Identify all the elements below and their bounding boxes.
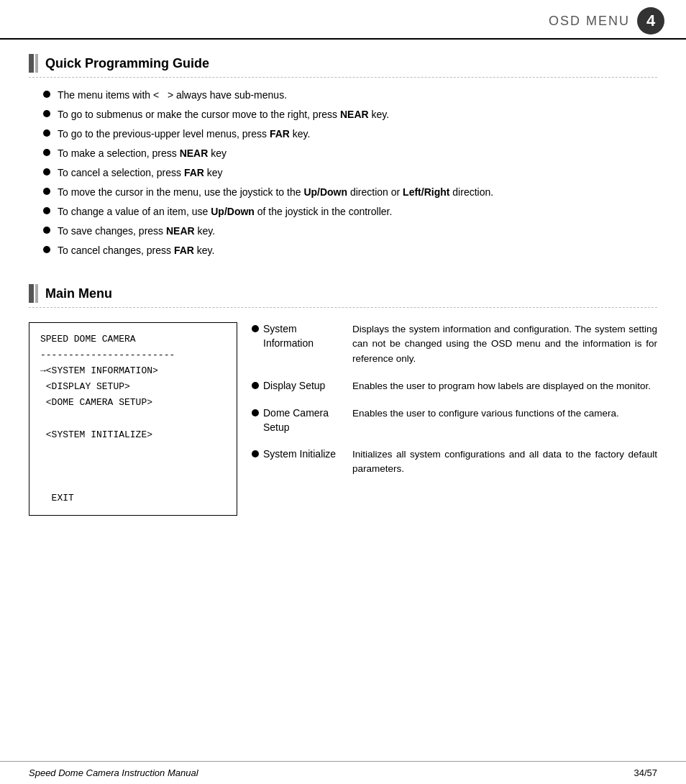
menu-item-label-col: Display Setup: [252, 379, 345, 393]
bullet-icon: [43, 129, 50, 137]
main-menu-section: Main Menu SPEED DOME CAMERA ------------…: [29, 284, 657, 516]
list-item: To go to submenus or make the cursor mov…: [43, 107, 657, 122]
osd-line: [40, 459, 226, 475]
osd-line: →<SYSTEM INFORMATION>: [40, 363, 226, 379]
main-menu-title: Main Menu: [45, 286, 112, 301]
list-item: To cancel a selection, press FAR key: [43, 165, 657, 181]
bullet-text: To change a value of an item, use Up/Dow…: [58, 204, 657, 219]
osd-line: EXIT: [40, 491, 226, 506]
menu-item-label: Display Setup: [263, 379, 325, 393]
list-item: To go to the previous-upper level menus,…: [43, 127, 657, 142]
menu-item-label: SystemInformation: [263, 322, 314, 350]
menu-item-description: Enables the user to program how labels a…: [345, 379, 657, 393]
list-item: To make a selection, press NEAR key: [43, 146, 657, 161]
bullet-icon: [43, 168, 50, 176]
quick-programming-list: The menu items with < > always have sub-…: [29, 88, 657, 270]
bullet-text: To go to the previous-upper level menus,…: [58, 127, 657, 142]
list-item: To change a value of an item, use Up/Dow…: [43, 204, 657, 219]
bullet-icon: [252, 325, 259, 332]
list-item: To save changes, press NEAR key.: [43, 224, 657, 239]
osd-line: <SYSTEM INITIALIZE>: [40, 427, 226, 443]
section-bar-icon: [29, 54, 38, 73]
menu-items-table: SystemInformation Displays the system in…: [237, 322, 657, 516]
bullet-icon: [43, 110, 50, 117]
bullet-icon: [43, 188, 50, 195]
page-footer: Speed Dome Camera Instruction Manual 34/…: [0, 761, 686, 784]
menu-item-row: System Initialize Initializes all system…: [252, 447, 657, 477]
bullet-text: To cancel changes, press FAR key.: [58, 243, 657, 258]
osd-line: <DISPLAY SETUP>: [40, 379, 226, 395]
osd-line: SPEED DOME CAMERA: [40, 332, 226, 347]
bullet-text: To save changes, press NEAR key.: [58, 224, 657, 239]
bullet-icon: [43, 207, 50, 214]
menu-item-label-col: System Initialize: [252, 447, 345, 462]
osd-line: [40, 443, 226, 459]
bullet-text: To make a selection, press NEAR key: [58, 146, 657, 161]
bullet-icon: [43, 227, 50, 234]
bullet-icon: [252, 382, 259, 389]
bullet-icon: [252, 409, 259, 416]
menu-item-label-col: Dome CameraSetup: [252, 406, 345, 434]
list-item: The menu items with < > always have sub-…: [43, 88, 657, 103]
bullet-icon: [43, 149, 50, 156]
osd-screen: SPEED DOME CAMERA ----------------------…: [29, 322, 237, 516]
footer-page-number: 34/57: [634, 767, 657, 778]
page-header: OSD MENU 4: [0, 0, 686, 40]
bullet-text: To go to submenus or make the cursor mov…: [58, 107, 657, 122]
quick-programming-heading: Quick Programming Guide: [29, 54, 657, 78]
main-menu-container: SPEED DOME CAMERA ----------------------…: [29, 322, 657, 516]
menu-item-row: Display Setup Enables the user to progra…: [252, 379, 657, 393]
menu-item-label-col: SystemInformation: [252, 322, 345, 350]
osd-line: [40, 475, 226, 491]
menu-item-row: SystemInformation Displays the system in…: [252, 322, 657, 366]
osd-line: ------------------------: [40, 347, 226, 363]
bullet-text: To move the cursor in the menu, use the …: [58, 185, 657, 200]
main-menu-heading: Main Menu: [29, 284, 657, 308]
menu-item-description: Enables the user to configure various fu…: [345, 406, 657, 421]
osd-line: [40, 411, 226, 427]
bullet-icon: [43, 246, 50, 253]
bullet-icon: [252, 450, 259, 457]
bullet-text: To cancel a selection, press FAR key: [58, 165, 657, 181]
menu-item-description: Initializes all system configurations an…: [345, 447, 657, 477]
menu-item-row: Dome CameraSetup Enables the user to con…: [252, 406, 657, 434]
page-content: Quick Programming Guide The menu items w…: [0, 40, 686, 530]
bullet-icon: [43, 91, 50, 98]
list-item: To cancel changes, press FAR key.: [43, 243, 657, 258]
chapter-number: 4: [637, 7, 664, 35]
section-bar-icon: [29, 284, 38, 303]
chapter-title: OSD MENU: [549, 14, 630, 29]
menu-item-description: Displays the system information and conf…: [345, 322, 657, 366]
quick-programming-title: Quick Programming Guide: [45, 56, 209, 71]
menu-item-label: System Initialize: [263, 447, 336, 462]
bullet-text: The menu items with < > always have sub-…: [58, 88, 657, 103]
list-item: To move the cursor in the menu, use the …: [43, 185, 657, 200]
osd-line: <DOME CAMERA SETUP>: [40, 395, 226, 411]
footer-manual-title: Speed Dome Camera Instruction Manual: [29, 767, 198, 778]
menu-item-label: Dome CameraSetup: [263, 406, 329, 434]
